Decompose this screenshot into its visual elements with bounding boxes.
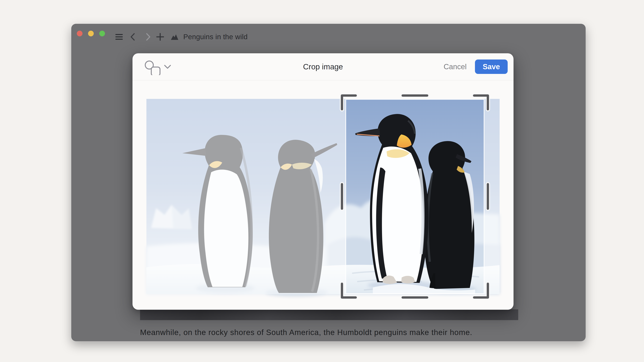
aspect-ratio-icon xyxy=(145,61,160,75)
crop-dialog: Crop image Cancel Save xyxy=(132,53,514,310)
dialog-title: Crop image xyxy=(303,53,343,80)
crop-dialog-body xyxy=(132,80,514,310)
aspect-ratio-button[interactable] xyxy=(142,58,174,75)
page-title: Penguins in the wild xyxy=(183,32,248,41)
desktop: Penguins in the wild Meanwhile, on the r… xyxy=(0,0,644,362)
add-icon[interactable] xyxy=(156,32,164,41)
close-button[interactable] xyxy=(77,31,82,36)
back-icon[interactable] xyxy=(129,32,138,41)
crop-dialog-header: Crop image Cancel Save xyxy=(132,53,514,80)
chevron-down-icon xyxy=(165,65,170,68)
save-button[interactable]: Save xyxy=(475,59,508,74)
window-controls xyxy=(77,31,105,36)
menu-icon[interactable] xyxy=(116,34,123,40)
crop-photo-canvas[interactable] xyxy=(146,99,500,294)
forward-icon[interactable] xyxy=(143,32,152,41)
minimize-button[interactable] xyxy=(88,31,94,36)
image-icon xyxy=(170,33,179,41)
dialog-actions: Cancel Save xyxy=(442,53,508,80)
document-caption: Meanwhile, on the rocky shores of South … xyxy=(140,328,542,337)
cancel-button[interactable]: Cancel xyxy=(442,61,468,72)
document-image-bottom xyxy=(140,309,518,320)
zoom-button[interactable] xyxy=(99,31,105,36)
